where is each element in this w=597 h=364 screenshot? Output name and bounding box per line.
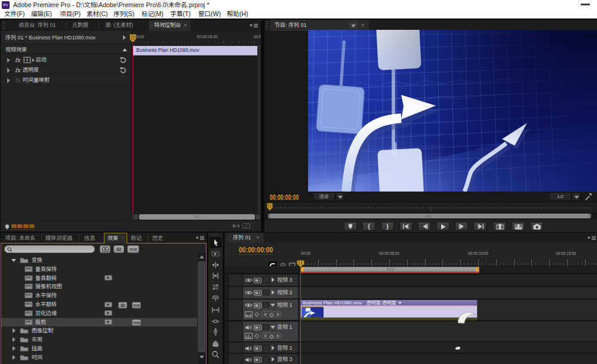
extract-button[interactable] [512,222,525,231]
track-lock-icon[interactable] [254,290,261,297]
efx-play-audio-icon[interactable] [232,223,240,229]
workarea-left-cap[interactable] [301,267,304,272]
tab-effect-controls[interactable]: 特效控制台× [149,20,190,31]
efx-playhead-marker[interactable] [130,34,136,43]
efx-footer-timecode[interactable]: 00:00:00:00 [11,223,34,230]
track-content-audio-3[interactable] [298,354,597,364]
menu-item-3[interactable]: 素材(C) [87,10,108,18]
clip-effect-dropdown-icon[interactable] [398,302,402,304]
panel-menu-icon[interactable] [196,236,204,240]
track-content-audio-1[interactable] [298,322,597,341]
effects-scroll-thumb[interactable] [198,261,205,352]
efx-hscroll-leftbox[interactable] [133,214,139,220]
tool-rate-stretch[interactable] [210,282,221,292]
audio-meter-icon[interactable] [245,333,253,340]
menu-item-2[interactable]: 项目(P) [60,10,81,18]
toggle-track-mute-icon[interactable] [245,325,252,332]
toggle-track-output-icon[interactable] [245,290,253,297]
toggle-track-mute-icon[interactable] [245,357,252,364]
effect-row-opacity[interactable]: fx 透明度 [1,65,131,75]
keyframe-prev-icon[interactable] [264,334,266,338]
tool-razor[interactable] [210,294,221,304]
set-display-style-icon[interactable] [245,311,253,319]
program-playhead-marker[interactable] [267,203,273,211]
track-content-audio-2[interactable] [298,343,597,353]
keyframe-next-icon[interactable] [277,334,279,338]
program-resolution-dropdown-arrow[interactable] [572,193,580,200]
keyframe-navigator[interactable] [260,311,282,317]
program-fit-dropdown-arrow[interactable] [336,193,344,200]
tool-zoom[interactable] [210,350,221,360]
keyframe-icon[interactable] [254,334,259,340]
twirl-right-icon[interactable] [13,328,16,333]
effects-tree-row-7[interactable]: 裁剪 YUV [1,318,197,327]
track-content-video-3[interactable] [298,274,597,286]
step-back-button[interactable] [418,222,431,231]
disclosure-triangle-icon[interactable] [7,68,10,73]
clip-opacity-rubberband[interactable] [301,306,477,307]
track-slot-box[interactable] [263,302,269,308]
track-collapse-icon[interactable] [270,326,275,329]
effects-tree-row-2[interactable]: 垂直翻转 [1,274,197,283]
add-keyframe-icon[interactable] [269,334,274,339]
tab-project[interactable]: 项目: 未命名 [5,233,35,243]
go-to-in-button[interactable] [399,222,413,231]
twirl-right-icon[interactable] [13,355,16,360]
twirl-right-icon[interactable] [13,346,16,351]
track-lock-icon[interactable] [254,346,261,353]
effects-tree-row-5[interactable]: 水平翻转 32 YUV [1,300,197,309]
effects-scroll-up[interactable] [198,254,205,260]
effects-tree-row-0[interactable]: 变换 [1,256,197,265]
play-button[interactable] [436,222,450,231]
toggle-track-output-icon[interactable] [245,277,253,284]
reset-effect-button[interactable] [119,67,127,75]
workarea-right-cap[interactable] [476,267,479,272]
reset-effect-button[interactable] [119,57,127,64]
track-slot-box[interactable] [263,345,269,351]
track-slot-box[interactable] [263,356,269,362]
effects-search-input[interactable] [4,245,95,253]
menu-item-1[interactable]: 编辑(E) [31,10,52,18]
effect-row-motion[interactable]: fx 运动 [1,55,131,65]
close-icon[interactable]: × [256,233,259,243]
effects-tree-row-1[interactable]: 垂直保持 [1,265,197,274]
clip-effect-label[interactable]: 透明度:透明度 [367,300,396,306]
add-keyframe-icon[interactable] [269,313,274,317]
keyframe-prev-icon[interactable] [264,313,266,316]
tool-slip[interactable] [210,305,221,315]
track-lock-icon[interactable] [254,277,261,285]
track-expand-icon[interactable] [272,346,275,350]
tab-markers[interactable]: 标记 [131,233,141,243]
panel-menu-icon[interactable] [250,23,258,28]
toggle-track-output-icon[interactable] [245,303,253,309]
efx-clip-bar[interactable]: Business Plan HD1080.mov [133,46,261,55]
program-resolution-dropdown[interactable]: 1/2 [549,193,571,200]
disclosure-triangle-icon[interactable] [7,58,10,63]
menu-item-0[interactable]: 文件(F) [4,10,24,18]
tab-media-browser[interactable]: 媒体浏览器 [45,233,72,243]
mark-in-button[interactable]: { [362,222,376,231]
tab-dropdown-icon[interactable] [349,23,357,28]
menu-item-6[interactable]: 字幕(T) [170,10,190,18]
effects-tree-row-8[interactable]: 图像控制 [1,326,197,335]
menu-item-7[interactable]: 窗口(W) [198,10,221,18]
efx-hscroll-rightbox[interactable] [256,214,261,220]
efx-collapse-icon[interactable] [122,48,127,51]
tab-metadata[interactable]: 元数据 [72,20,88,31]
tool-rolling-edit[interactable] [210,271,221,281]
track-lock-icon[interactable] [254,303,261,310]
timeline-clip[interactable]: Business Plan HD1080.mov透明度:透明度 [300,300,478,320]
twirl-down-icon[interactable] [11,259,16,262]
tab-info[interactable]: 信息 [84,233,95,243]
lift-button[interactable] [493,222,506,231]
filter-32bit-button[interactable]: 32 [113,245,124,253]
efx-playhead-line[interactable] [133,44,133,214]
efx-show-timeline-button[interactable] [123,35,126,40]
tool-slide[interactable] [210,316,221,326]
keyframe-next-icon[interactable] [277,313,279,316]
step-forward-button[interactable] [455,222,468,231]
efx-hscroll-bar[interactable] [139,214,255,220]
effects-tree-row-10[interactable]: 扭曲 [1,344,197,353]
effects-tree-row-3[interactable]: 摄像机视图 [1,282,197,291]
settings-wrench-icon[interactable] [584,192,593,200]
